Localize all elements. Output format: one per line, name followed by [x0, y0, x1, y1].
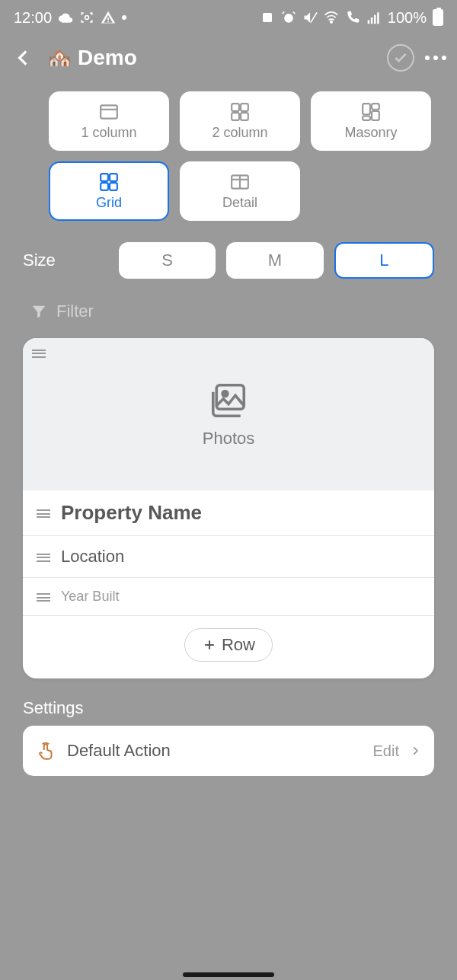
svg-rect-21 [101, 183, 108, 190]
add-row-button[interactable]: Row [184, 628, 273, 662]
size-row: Size S M L [0, 221, 457, 279]
svg-rect-17 [363, 116, 370, 120]
svg-rect-5 [368, 20, 370, 24]
filter-icon [30, 303, 47, 320]
page-title: Demo [78, 46, 387, 70]
layout-label: Grid [96, 195, 122, 211]
preview-rows: Property Name Location Year Built [23, 490, 434, 616]
svg-rect-11 [232, 104, 239, 111]
size-label: Size [23, 251, 108, 270]
cloud-icon [58, 10, 73, 25]
layout-detail[interactable]: Detail [180, 161, 300, 221]
size-m[interactable]: M [226, 242, 323, 279]
default-action-label: Default Action [67, 741, 171, 761]
svg-rect-9 [101, 105, 117, 118]
layout-two-column[interactable]: 2 column [180, 91, 300, 151]
masonry-icon [360, 102, 382, 122]
svg-point-0 [85, 16, 89, 20]
confirm-button[interactable] [387, 44, 414, 72]
layout-one-column[interactable]: 1 column [49, 91, 169, 151]
default-action-row[interactable]: Default Action Edit [23, 726, 434, 776]
layout-options: 1 column 2 column Masonry Grid Detail [0, 81, 457, 221]
detail-icon [228, 172, 251, 192]
status-time: 12:00 [14, 9, 52, 27]
svg-rect-14 [241, 113, 248, 120]
svg-rect-26 [216, 385, 244, 410]
svg-rect-22 [110, 183, 117, 190]
layout-grid[interactable]: Grid [49, 161, 169, 221]
grid-icon [97, 172, 120, 192]
drag-handle-icon[interactable] [32, 347, 46, 358]
preview-row[interactable]: Year Built [23, 578, 434, 616]
svg-rect-20 [110, 174, 117, 181]
card-preview: Photos Property Name Location Year Built… [23, 338, 434, 678]
row-label: Year Built [61, 589, 119, 605]
layout-label: Masonry [344, 125, 397, 141]
settings-heading: Settings [0, 678, 457, 726]
add-row-label: Row [222, 635, 255, 655]
preview-row[interactable]: Location [23, 536, 434, 578]
svg-point-2 [284, 14, 293, 23]
alarm-icon [281, 10, 296, 25]
row-label: Location [61, 547, 124, 567]
media-label: Photos [203, 429, 255, 449]
svg-rect-18 [372, 110, 379, 120]
svg-rect-16 [372, 104, 379, 110]
layout-label: 2 column [212, 125, 267, 141]
filter-button[interactable]: Filter [0, 279, 457, 321]
battery-percent: 100% [388, 9, 427, 27]
app-header: 🏘️ Demo [0, 35, 457, 81]
battery-icon [433, 9, 443, 26]
two-column-icon [228, 102, 251, 122]
row-label: Property Name [61, 501, 202, 525]
svg-rect-7 [374, 15, 376, 24]
more-button[interactable] [425, 56, 446, 60]
svg-line-3 [311, 12, 317, 22]
call-icon [345, 10, 360, 25]
size-l[interactable]: L [334, 242, 434, 279]
drag-handle-icon[interactable] [37, 551, 50, 562]
svg-rect-1 [263, 13, 272, 22]
layout-label: Detail [222, 195, 257, 211]
mute-icon [302, 10, 318, 25]
svg-rect-6 [371, 18, 373, 24]
houses-icon: 🏘️ [47, 46, 72, 70]
nav-handle[interactable] [183, 972, 274, 977]
chevron-right-icon [410, 742, 420, 759]
svg-point-4 [331, 21, 333, 24]
preview-row[interactable]: Property Name [23, 490, 434, 536]
filter-label: Filter [56, 302, 94, 321]
warning-icon [101, 10, 116, 25]
status-bar: 12:00 100% [0, 0, 457, 35]
tap-icon [37, 741, 56, 761]
default-action-value: Edit [373, 742, 399, 760]
screenshot-icon [79, 10, 94, 25]
drag-handle-icon[interactable] [37, 592, 50, 602]
status-dot-icon [122, 15, 126, 20]
card-icon [260, 10, 275, 25]
layout-label: 1 column [81, 125, 136, 141]
plus-icon [202, 637, 217, 653]
signal-icon [366, 10, 382, 25]
svg-rect-8 [377, 12, 379, 24]
svg-rect-15 [363, 104, 370, 114]
one-column-icon [97, 102, 120, 122]
layout-masonry[interactable]: Masonry [311, 91, 431, 151]
svg-rect-13 [232, 113, 239, 120]
photos-icon [205, 380, 252, 421]
drag-handle-icon[interactable] [37, 508, 50, 519]
svg-point-27 [222, 391, 228, 397]
svg-rect-19 [101, 174, 108, 181]
wifi-icon [324, 10, 339, 25]
svg-rect-12 [241, 104, 248, 111]
size-s[interactable]: S [119, 242, 216, 279]
media-slot[interactable]: Photos [23, 338, 434, 490]
back-button[interactable] [11, 45, 37, 71]
